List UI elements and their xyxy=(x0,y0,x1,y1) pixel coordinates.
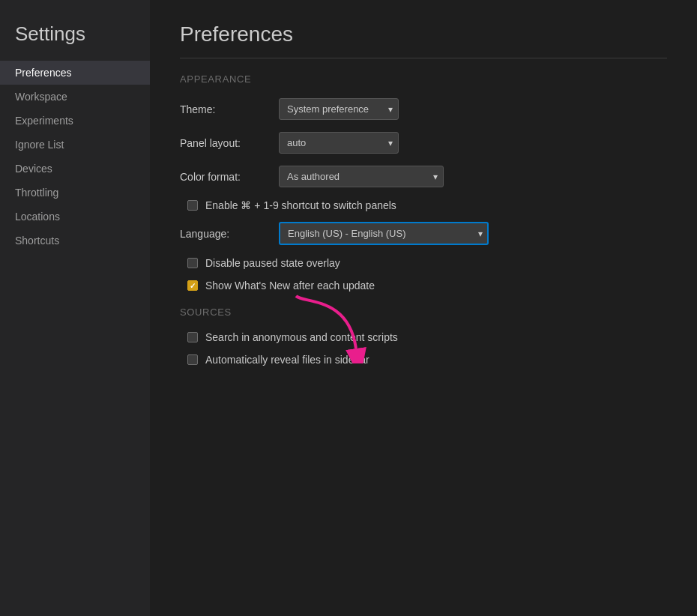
sidebar-item-experiments[interactable]: Experiments xyxy=(0,109,150,133)
appearance-section-title: Appearance xyxy=(180,73,667,85)
disable-paused-checkbox[interactable] xyxy=(187,258,198,268)
language-select[interactable]: English (US) - English (US) French Germa… xyxy=(279,222,489,245)
reveal-sidebar-label: Automatically reveal files in sidebar xyxy=(205,354,369,366)
theme-select[interactable]: System preference Light Dark xyxy=(279,98,399,120)
sidebar-item-shortcuts[interactable]: Shortcuts xyxy=(0,229,150,253)
language-setting-row: Language: English (US) - English (US) Fr… xyxy=(180,222,667,245)
disable-paused-row: Disable paused state overlay xyxy=(187,257,667,269)
panel-layout-select[interactable]: auto horizontal vertical xyxy=(279,132,399,154)
cmd-shortcut-checkbox[interactable] xyxy=(187,200,198,211)
color-format-select[interactable]: As authored HEX RGB HSL xyxy=(279,166,444,187)
anonymous-scripts-label: Search in anonymous and content scripts xyxy=(205,331,398,343)
appearance-section: Appearance Theme: System preference Ligh… xyxy=(180,73,667,292)
theme-select-wrapper: System preference Light Dark xyxy=(279,98,399,120)
color-format-setting-row: Color format: As authored HEX RGB HSL xyxy=(180,166,667,187)
show-whats-new-label: Show What's New after each update xyxy=(205,280,375,292)
sidebar-app-title: Settings xyxy=(0,15,150,61)
color-format-label: Color format: xyxy=(180,171,270,183)
panel-layout-select-wrapper: auto horizontal vertical xyxy=(279,132,399,154)
sidebar-item-ignore-list[interactable]: Ignore List xyxy=(0,133,150,157)
sidebar-item-devices[interactable]: Devices xyxy=(0,157,150,181)
cmd-shortcut-label: Enable ⌘ + 1-9 shortcut to switch panels xyxy=(205,199,396,211)
sidebar-item-locations[interactable]: Locations xyxy=(0,205,150,229)
page-title: Preferences xyxy=(180,22,667,58)
show-whats-new-row: Show What's New after each update xyxy=(187,280,667,292)
sidebar: Settings Preferences Workspace Experimen… xyxy=(0,0,150,616)
anonymous-scripts-checkbox[interactable] xyxy=(187,332,198,342)
panel-layout-label: Panel layout: xyxy=(180,137,270,149)
sources-section: Sources Search in anonymous and content … xyxy=(180,307,667,366)
main-content: Preferences Appearance Theme: System pre… xyxy=(150,0,697,616)
panel-layout-setting-row: Panel layout: auto horizontal vertical xyxy=(180,132,667,154)
language-label: Language: xyxy=(180,228,270,240)
sidebar-item-preferences[interactable]: Preferences xyxy=(0,61,150,85)
language-select-wrapper: English (US) - English (US) French Germa… xyxy=(279,222,489,245)
reveal-sidebar-checkbox[interactable] xyxy=(187,354,198,365)
sources-section-title: Sources xyxy=(180,307,667,318)
reveal-sidebar-row: Automatically reveal files in sidebar xyxy=(187,354,667,366)
sidebar-item-workspace[interactable]: Workspace xyxy=(0,85,150,109)
disable-paused-label: Disable paused state overlay xyxy=(205,257,340,269)
show-whats-new-checkbox[interactable] xyxy=(187,280,198,291)
sidebar-item-throttling[interactable]: Throttling xyxy=(0,181,150,205)
cmd-shortcut-row: Enable ⌘ + 1-9 shortcut to switch panels xyxy=(187,199,667,211)
theme-label: Theme: xyxy=(180,103,270,115)
anonymous-scripts-row: Search in anonymous and content scripts xyxy=(187,331,667,343)
color-format-select-wrapper: As authored HEX RGB HSL xyxy=(279,166,444,187)
theme-setting-row: Theme: System preference Light Dark xyxy=(180,98,667,120)
